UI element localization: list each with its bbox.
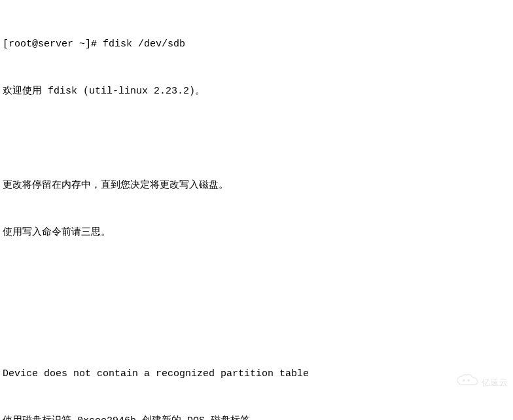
svg-point-0 bbox=[462, 379, 465, 381]
cloud-icon bbox=[455, 374, 479, 393]
terminal-line: 更改将停留在内存中，直到您决定将更改写入磁盘。 bbox=[3, 178, 510, 194]
terminal-line bbox=[3, 319, 510, 335]
watermark-text: 亿速云 bbox=[482, 376, 508, 390]
terminal-line: 使用磁盘标识符 0xcee2946b 创建新的 DOS 磁盘标签。 bbox=[3, 413, 510, 420]
terminal-line bbox=[3, 131, 510, 147]
terminal-line: Device does not contain a recognized par… bbox=[3, 366, 510, 382]
watermark: 亿速云 bbox=[455, 374, 508, 393]
svg-point-1 bbox=[467, 379, 470, 381]
terminal-line: 欢迎使用 fdisk (util-linux 2.23.2)。 bbox=[3, 84, 510, 99]
terminal-line: 使用写入命令前请三思。 bbox=[3, 225, 510, 241]
terminal-line: [root@server ~]# fdisk /dev/sdb bbox=[3, 37, 510, 52]
terminal-output: [root@server ~]# fdisk /dev/sdb 欢迎使用 fdi… bbox=[3, 5, 510, 420]
terminal-line bbox=[3, 272, 510, 288]
